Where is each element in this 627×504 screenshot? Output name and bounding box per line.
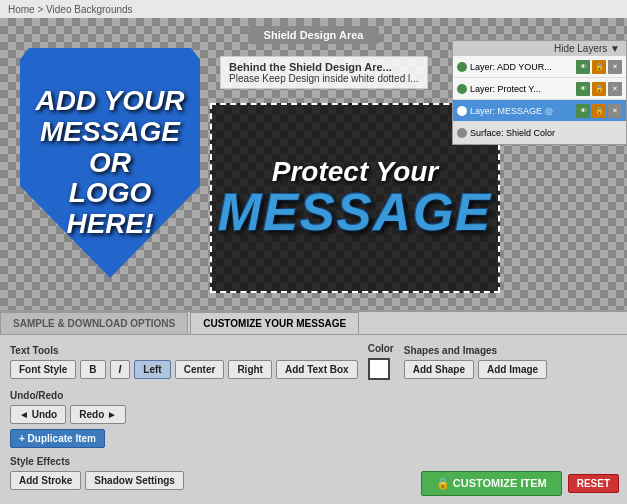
hide-layers-button[interactable]: Hide Layers ▼ xyxy=(453,41,626,56)
behind-label-sub: Please Keep Design inside white dotted l… xyxy=(229,73,419,84)
shield-shape[interactable]: ADD YOURMESSAGEORLOGOHERE! xyxy=(20,48,200,278)
layer-icons: 👁 🔒 ✕ xyxy=(576,104,622,118)
layer-color xyxy=(457,106,467,116)
layer-item[interactable]: Layer: Protect Y... 👁 🔒 ✕ xyxy=(453,78,626,100)
undo-redo-section: Undo/Redo ◄ Undo Redo ► + Duplicate Item xyxy=(10,390,126,448)
style-effects-section: Style Effects Add Stroke Shadow Settings xyxy=(10,456,184,490)
layer-color xyxy=(457,62,467,72)
undo-button[interactable]: ◄ Undo xyxy=(10,405,66,424)
breadcrumb-text: Home > Video Backgrounds xyxy=(8,4,133,15)
shapes-label: Shapes and Images xyxy=(404,345,547,356)
add-text-box-button[interactable]: Add Text Box xyxy=(276,360,358,379)
undo-redo-label: Undo/Redo xyxy=(10,390,126,401)
layer-item-selected[interactable]: Layer: MESSAGE ◎ 👁 🔒 ✕ xyxy=(453,100,626,122)
behind-label: Behind the Shield Design Are... Please K… xyxy=(220,56,428,89)
behind-label-title: Behind the Shield Design Are... xyxy=(229,61,419,73)
duplicate-item-button[interactable]: + Duplicate Item xyxy=(10,429,105,448)
shadow-settings-button[interactable]: Shadow Settings xyxy=(85,471,184,490)
tab-sample-download[interactable]: SAMPLE & DOWNLOAD OPTIONS xyxy=(0,312,188,334)
customize-item-button[interactable]: 🔒 CUSTOMIZE ITEM xyxy=(421,471,562,496)
color-label: Color xyxy=(368,343,394,354)
add-shape-button[interactable]: Add Shape xyxy=(404,360,474,379)
text-tool-group: Font Style B I Left Center Right Add Tex… xyxy=(10,360,358,379)
layer-delete-icon[interactable]: ✕ xyxy=(608,104,622,118)
left-align-button[interactable]: Left xyxy=(134,360,170,379)
add-image-button[interactable]: Add Image xyxy=(478,360,547,379)
add-stroke-button[interactable]: Add Stroke xyxy=(10,471,81,490)
undo-redo-group: ◄ Undo Redo ► xyxy=(10,405,126,424)
shapes-tool-group: Add Shape Add Image xyxy=(404,360,547,379)
layer-lock-icon[interactable]: 🔒 xyxy=(592,104,606,118)
layer-visible-icon[interactable]: 👁 xyxy=(576,60,590,74)
tools-row: Text Tools Font Style B I Left Center Ri… xyxy=(10,343,617,448)
layer-item[interactable]: Layer: ADD YOUR... 👁 🔒 ✕ xyxy=(453,56,626,78)
style-effects-group: Add Stroke Shadow Settings xyxy=(10,471,184,490)
color-swatch[interactable] xyxy=(368,358,390,380)
layer-delete-icon[interactable]: ✕ xyxy=(608,60,622,74)
layer-item-surface[interactable]: Surface: Shield Color xyxy=(453,122,626,144)
shapes-section: Shapes and Images Add Shape Add Image xyxy=(404,345,547,379)
tabs-row: SAMPLE & DOWNLOAD OPTIONS CUSTOMIZE YOUR… xyxy=(0,312,627,335)
message-big-text: MESSAGE xyxy=(218,186,492,238)
layer-icons: 👁 🔒 ✕ xyxy=(576,82,622,96)
bold-button[interactable]: B xyxy=(80,360,105,379)
bottom-panel: SAMPLE & DOWNLOAD OPTIONS CUSTOMIZE YOUR… xyxy=(0,310,627,504)
layer-color xyxy=(457,128,467,138)
layer-visible-icon[interactable]: 👁 xyxy=(576,82,590,96)
text-tools-section: Text Tools Font Style B I Left Center Ri… xyxy=(10,345,358,379)
action-row: 🔒 CUSTOMIZE ITEM RESET xyxy=(421,471,619,496)
shield-label: Shield Design Area xyxy=(248,26,380,44)
protect-text: Protect Your xyxy=(272,158,438,186)
layer-visible-icon[interactable]: 👁 xyxy=(576,104,590,118)
color-section: Color xyxy=(368,343,394,380)
style-effects-label: Style Effects xyxy=(10,456,184,467)
shield-container[interactable]: ADD YOURMESSAGEORLOGOHERE! xyxy=(20,48,205,288)
shield-text: ADD YOURMESSAGEORLOGOHERE! xyxy=(26,76,195,250)
tab-customize-message[interactable]: CUSTOMIZE YOUR MESSAGE xyxy=(190,312,359,334)
breadcrumb: Home > Video Backgrounds xyxy=(0,0,627,18)
center-align-button[interactable]: Center xyxy=(175,360,225,379)
reset-button[interactable]: RESET xyxy=(568,474,619,493)
canvas-area: Shield Design Area ADD YOURMESSAGEORLOGO… xyxy=(0,18,627,328)
font-style-button[interactable]: Font Style xyxy=(10,360,76,379)
layer-delete-icon[interactable]: ✕ xyxy=(608,82,622,96)
layer-color xyxy=(457,84,467,94)
layers-panel: Hide Layers ▼ Layer: ADD YOUR... 👁 🔒 ✕ L… xyxy=(452,40,627,145)
layer-lock-icon[interactable]: 🔒 xyxy=(592,60,606,74)
redo-button[interactable]: Redo ► xyxy=(70,405,126,424)
layer-icons: 👁 🔒 ✕ xyxy=(576,60,622,74)
text-tools-label: Text Tools xyxy=(10,345,358,356)
italic-button[interactable]: I xyxy=(110,360,131,379)
layer-lock-icon[interactable]: 🔒 xyxy=(592,82,606,96)
right-align-button[interactable]: Right xyxy=(228,360,272,379)
